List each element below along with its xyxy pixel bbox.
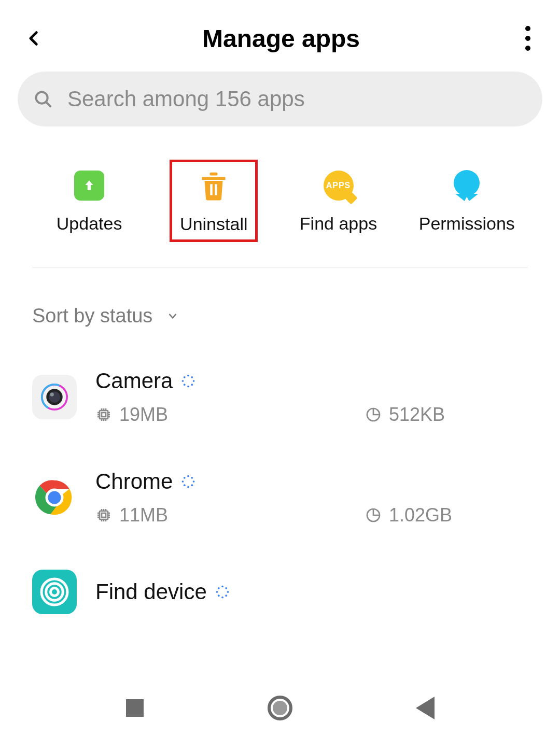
running-indicator-icon <box>181 374 195 388</box>
app-storage: 512KB <box>389 404 445 426</box>
svg-point-16 <box>182 380 184 382</box>
svg-point-41 <box>184 484 186 486</box>
more-dot-icon <box>525 36 530 41</box>
more-dot-icon <box>525 46 530 51</box>
search-placeholder: Search among 156 apps <box>67 87 305 111</box>
svg-point-9 <box>50 393 54 397</box>
find-apps-label: Find apps <box>300 214 377 234</box>
triangle-left-icon <box>416 697 435 719</box>
svg-rect-44 <box>100 511 108 519</box>
more-options-button[interactable] <box>516 23 539 54</box>
svg-point-39 <box>191 484 193 486</box>
app-icon-find-device <box>32 570 77 614</box>
svg-point-42 <box>182 480 184 483</box>
uninstall-action[interactable]: Uninstall <box>170 160 258 242</box>
svg-rect-19 <box>102 413 106 417</box>
permissions-action[interactable]: Permissions <box>419 170 515 242</box>
nav-recents-button[interactable] <box>119 692 150 724</box>
updates-icon <box>74 170 105 201</box>
memory-chip-icon <box>95 406 112 423</box>
svg-point-63 <box>225 587 227 589</box>
svg-point-66 <box>221 597 223 599</box>
svg-point-37 <box>191 477 193 479</box>
square-icon <box>126 699 144 717</box>
app-name: Camera <box>95 369 173 393</box>
circle-icon <box>268 696 292 720</box>
svg-point-14 <box>188 386 190 388</box>
app-name: Chrome <box>95 469 173 494</box>
system-nav-bar <box>0 679 560 736</box>
app-name: Find device <box>95 579 207 604</box>
svg-rect-18 <box>100 411 108 419</box>
search-input[interactable]: Search among 156 apps <box>18 72 542 126</box>
permissions-icon <box>451 170 482 201</box>
trash-icon <box>198 171 229 202</box>
svg-line-1 <box>46 102 50 106</box>
updates-action[interactable]: Updates <box>45 170 133 242</box>
chevron-left-icon <box>25 27 43 50</box>
svg-point-64 <box>227 591 229 593</box>
svg-point-43 <box>184 477 186 479</box>
storage-pie-icon <box>365 507 382 523</box>
svg-point-40 <box>188 486 190 488</box>
svg-point-36 <box>188 475 190 477</box>
nav-home-button[interactable] <box>264 692 296 724</box>
app-row[interactable]: Find device <box>32 548 528 614</box>
svg-rect-2 <box>210 173 218 176</box>
svg-point-38 <box>193 480 195 483</box>
app-row[interactable]: Chrome 11MB 1.02GB <box>32 447 528 548</box>
app-icon-camera <box>32 375 77 419</box>
running-indicator-icon <box>181 474 195 489</box>
svg-rect-3 <box>211 184 213 195</box>
svg-point-13 <box>191 384 193 386</box>
app-memory: 19MB <box>119 404 168 426</box>
app-body: Chrome 11MB 1.02GB <box>95 469 528 526</box>
find-apps-action[interactable]: APPS Find apps <box>295 170 383 242</box>
more-dot-icon <box>525 26 530 31</box>
permissions-label: Permissions <box>419 214 515 234</box>
action-row: Updates Uninstall APPS Find apps <box>0 126 560 267</box>
app-icon-chrome <box>32 475 77 520</box>
svg-point-8 <box>49 391 60 403</box>
svg-point-12 <box>193 380 195 382</box>
uninstall-label: Uninstall <box>180 214 247 234</box>
app-memory: 11MB <box>119 504 168 526</box>
svg-rect-4 <box>215 184 218 195</box>
storage-pie-icon <box>365 406 382 423</box>
svg-point-11 <box>191 376 193 378</box>
svg-point-68 <box>216 591 218 593</box>
chevron-down-icon <box>165 311 180 321</box>
app-body: Camera 19MB 512KB <box>95 369 528 426</box>
sort-dropdown[interactable]: Sort by status <box>0 267 560 347</box>
app-storage: 1.02GB <box>389 504 452 526</box>
page-title: Manage apps <box>202 24 360 53</box>
memory-chip-icon <box>95 507 112 523</box>
app-list: Camera 19MB 512KB <box>0 347 560 679</box>
svg-point-67 <box>218 595 220 597</box>
back-button[interactable] <box>23 27 46 50</box>
sort-label: Sort by status <box>32 305 152 327</box>
app-row[interactable]: Camera 19MB 512KB <box>32 347 528 447</box>
nav-back-button[interactable] <box>410 692 441 724</box>
header: Manage apps <box>0 0 560 72</box>
svg-point-59 <box>51 588 59 596</box>
svg-point-10 <box>188 375 190 377</box>
svg-point-65 <box>225 595 227 597</box>
running-indicator-icon <box>215 585 230 599</box>
svg-point-69 <box>218 587 220 589</box>
svg-point-17 <box>184 376 186 378</box>
updates-label: Updates <box>57 214 122 234</box>
magnifier-apps-icon: APPS <box>323 170 354 201</box>
app-body: Find device <box>95 579 528 604</box>
search-icon <box>33 89 53 109</box>
svg-point-62 <box>221 586 223 588</box>
svg-rect-45 <box>102 513 106 517</box>
search-container: Search among 156 apps <box>0 72 560 126</box>
svg-point-15 <box>184 384 186 386</box>
svg-point-60 <box>46 584 63 601</box>
